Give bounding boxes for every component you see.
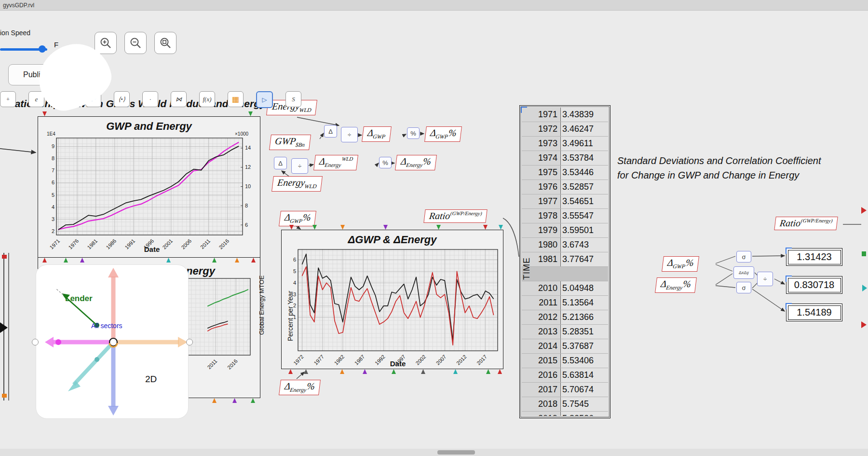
delta-chart-panel[interactable]: ΔGWP & ΔEnergy 1972197719821987199219972… bbox=[281, 230, 503, 369]
var-d-energy-pct-chart2[interactable]: ΔEnergy% bbox=[279, 380, 321, 395]
ravel-left-handle[interactable] bbox=[32, 339, 39, 345]
table-row: 19743.53784 bbox=[522, 151, 608, 166]
axis-slider-handle[interactable] bbox=[363, 369, 367, 374]
zoom-in-button[interactable] bbox=[95, 32, 117, 54]
svg-text:12: 12 bbox=[245, 164, 251, 170]
divide-op-corr[interactable]: ÷ bbox=[757, 272, 773, 286]
axis-slider-handle[interactable] bbox=[289, 225, 294, 230]
data-sheet[interactable]: 19713.4383919723.4624719733.4961119743.5… bbox=[519, 105, 610, 418]
toolbar-sheet-button[interactable]: ▦ bbox=[228, 91, 244, 107]
axis-slider-handle[interactable] bbox=[421, 369, 425, 374]
toolbar-bracket-button[interactable]: ⟨•⟩ bbox=[114, 91, 130, 107]
axis-slider-handle[interactable] bbox=[312, 225, 317, 230]
var-d-gwp[interactable]: ΔGWP bbox=[362, 126, 392, 142]
sigma-op-energy[interactable]: σ bbox=[736, 282, 751, 293]
year-cell: 1980 bbox=[522, 238, 561, 252]
value-cell: 3.59501 bbox=[561, 223, 608, 237]
ravel-output-axis-label[interactable]: Lender bbox=[65, 294, 93, 304]
result-sigma-energy[interactable]: 1.54189 bbox=[786, 304, 842, 321]
svg-text:2017: 2017 bbox=[475, 354, 488, 366]
simulation-speed-label: ion Speed bbox=[0, 29, 30, 37]
chart1-xlabel: Date bbox=[137, 245, 166, 253]
svg-text:8: 8 bbox=[245, 203, 248, 208]
value-cell: 3.77647 bbox=[561, 252, 608, 266]
axis-slider-handle[interactable] bbox=[251, 398, 255, 403]
result-sigma-gwp[interactable]: 1.31423 bbox=[786, 248, 842, 266]
toolbar-add-button[interactable]: + bbox=[0, 91, 16, 107]
simulation-speed-thumb[interactable] bbox=[39, 45, 46, 53]
stats-heading-line1: Standard Deviations and Correlation Coef… bbox=[617, 153, 821, 168]
var-d-energy-wld[interactable]: ΔEnergyWLD bbox=[313, 155, 358, 170]
table-row: 19713.43839 bbox=[522, 108, 608, 122]
axis-slider-handle[interactable] bbox=[304, 369, 308, 374]
axis-slider-handle[interactable] bbox=[498, 369, 502, 374]
value-cell: 3.43839 bbox=[561, 108, 608, 122]
var-energy-wld-mid[interactable]: EnergyWLD bbox=[271, 176, 323, 192]
axis-slider-handle[interactable] bbox=[340, 225, 345, 230]
axis-slider-handle[interactable] bbox=[453, 369, 458, 374]
toolbar-dot-button[interactable]: · bbox=[142, 91, 158, 107]
svg-text:6: 6 bbox=[293, 257, 296, 263]
horizontal-scrollbar-thumb[interactable] bbox=[437, 450, 475, 455]
var-ratio-mid[interactable]: Ratio(GWP/Energy) bbox=[423, 209, 487, 223]
result-value: 1.31423 bbox=[788, 250, 841, 264]
axis-slider-handle[interactable] bbox=[232, 398, 237, 403]
svg-text:5: 5 bbox=[52, 192, 54, 198]
chart1-title: GWP and Energy bbox=[38, 120, 260, 133]
axis-slider-handle[interactable] bbox=[42, 111, 47, 116]
var-ratio-right[interactable]: Ratio(GWP/Energy) bbox=[774, 217, 838, 230]
time-axis-label: TIME bbox=[522, 257, 532, 280]
table-row: 19723.46247 bbox=[522, 122, 608, 137]
delta-op-energy[interactable]: Δ bbox=[274, 157, 287, 169]
selection-corner-icon bbox=[786, 248, 792, 254]
toolbar-play-button[interactable]: ▷ bbox=[256, 91, 273, 108]
axis-slider-handle[interactable] bbox=[499, 225, 503, 230]
var-d-gwp-pct-right[interactable]: ΔGWP% bbox=[662, 256, 699, 272]
table-row: 19783.55547 bbox=[522, 209, 608, 223]
percent-op-gwp[interactable]: % bbox=[407, 127, 420, 139]
covariance-op[interactable]: ΔxΔy bbox=[733, 266, 754, 279]
axis-slider-handle[interactable] bbox=[436, 225, 441, 230]
axis-slider-handle[interactable] bbox=[383, 225, 388, 230]
var-d-energy-pct[interactable]: ΔEnergy% bbox=[395, 155, 437, 170]
ravel-widget[interactable]: Lender All sectors 2D bbox=[36, 265, 188, 418]
axis-slider-handle[interactable] bbox=[288, 369, 293, 374]
year-cell: 2013 bbox=[522, 325, 561, 339]
delta-op-gwp[interactable]: Δ bbox=[324, 125, 337, 138]
toolbar-function-button[interactable]: f(x) bbox=[199, 91, 215, 107]
svg-text:1976: 1976 bbox=[68, 238, 80, 250]
divide-op-gwp[interactable]: ÷ bbox=[341, 127, 358, 142]
sigma-op-gwp[interactable]: σ bbox=[736, 251, 751, 263]
axis-slider-handle[interactable] bbox=[486, 369, 490, 374]
percent-op-energy[interactable]: % bbox=[379, 157, 392, 168]
year-cell: 1979 bbox=[522, 223, 561, 237]
value-cell: 3.6743 bbox=[561, 238, 608, 252]
var-d-gwp-pct[interactable]: ΔGWP% bbox=[424, 126, 462, 142]
zoom-out-button[interactable] bbox=[124, 32, 147, 54]
var-gwp-bn[interactable]: GWP$Bn bbox=[269, 135, 311, 150]
gwp-energy-chart-panel[interactable]: GWP and Energy 1971197619811986199119962… bbox=[38, 116, 260, 258]
toolbar-flow-button[interactable]: ⋈ bbox=[171, 91, 187, 107]
svg-text:1982: 1982 bbox=[333, 354, 346, 366]
svg-text:9: 9 bbox=[52, 143, 54, 149]
ravel-right-handle[interactable] bbox=[186, 339, 193, 345]
var-d-gwp-pct-chart2[interactable]: ΔGWP% bbox=[279, 211, 316, 226]
svg-text:14: 14 bbox=[245, 145, 251, 151]
value-cell: 3.53446 bbox=[561, 166, 608, 180]
var-d-energy-pct-right[interactable]: ΔEnergy% bbox=[655, 277, 697, 293]
horizontal-scrollbar[interactable] bbox=[0, 449, 868, 456]
value-cell: 3.49611 bbox=[561, 137, 608, 151]
table-row: 20165.63814 bbox=[522, 368, 608, 383]
result-correlation[interactable]: 0.830718 bbox=[786, 276, 842, 294]
ravel-selected-axis-label[interactable]: All sectors bbox=[91, 322, 122, 330]
axis-slider-handle[interactable] bbox=[212, 398, 217, 403]
axis-slider-handle[interactable] bbox=[483, 225, 488, 230]
year-cell: 1977 bbox=[522, 194, 561, 208]
axis-slider-handle[interactable] bbox=[248, 111, 253, 116]
axis-slider-handle[interactable] bbox=[340, 369, 344, 374]
toolbar-slider-button[interactable]: S bbox=[285, 91, 301, 107]
axis-slider-handle[interactable] bbox=[392, 369, 396, 374]
zoom-reset-button[interactable] bbox=[154, 32, 176, 54]
stats-heading-line2: for Change in GWP and Change in Energy bbox=[617, 168, 821, 182]
divide-op-energy[interactable]: ÷ bbox=[291, 158, 308, 174]
